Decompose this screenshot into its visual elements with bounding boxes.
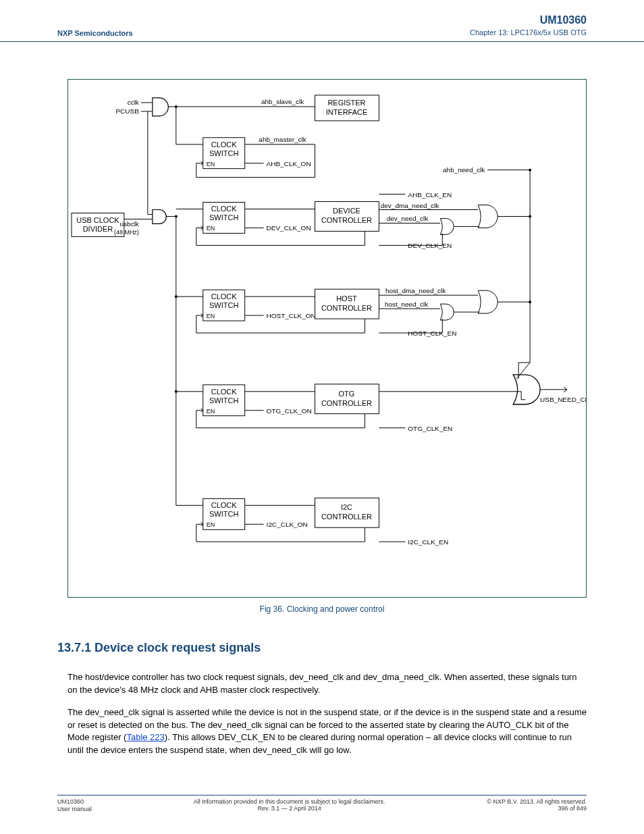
svg-point-98 <box>529 301 531 303</box>
svg-text:SWITCH: SWITCH <box>209 149 238 157</box>
footer-center: All information provided in this documen… <box>194 798 385 814</box>
svg-text:CLOCK: CLOCK <box>211 501 237 509</box>
footer-copyright: © NXP B.V. 2013. All rights reserved. <box>487 798 587 805</box>
paragraph-1: The host/device controller has two clock… <box>68 671 587 697</box>
paragraph-2: The dev_need_clk signal is asserted whil… <box>68 706 587 757</box>
svg-text:SWITCH: SWITCH <box>209 510 238 518</box>
label-usbclk: usbclk <box>120 221 139 228</box>
svg-text:CONTROLLER: CONTROLLER <box>321 304 372 312</box>
svg-text:EN: EN <box>207 521 215 528</box>
footer-page: 396 of 849 <box>487 805 587 812</box>
label-host-dma-need-clk: host_dma_need_clk <box>385 287 446 294</box>
body-text: The host/device controller has two clock… <box>68 671 587 757</box>
svg-text:SWITCH: SWITCH <box>209 396 238 405</box>
footer-rights: All information provided in this documen… <box>194 798 385 805</box>
label-register-interface-1: REGISTER <box>327 99 365 107</box>
label-host-clk-on: HOST_CLK_ON <box>267 312 316 319</box>
label-otg-clk-en: OTG_CLK_EN <box>408 425 452 432</box>
svg-point-23 <box>175 215 178 218</box>
label-dev-need-clk: dev_need_clk <box>387 215 429 223</box>
footer-right: © NXP B.V. 2013. All rights reserved. 39… <box>487 798 587 814</box>
footer-rev: Rev. 3.1 — 2 April 2014 <box>194 805 385 812</box>
footer-left: UM10360 User manual <box>57 798 92 814</box>
label-usbclk-freq: (48 MHz) <box>114 230 139 236</box>
svg-point-99 <box>529 169 531 172</box>
svg-text:CLOCK: CLOCK <box>211 388 237 396</box>
clock-diagram-svg: cclk PCUSB ahb_slave_clk REGISTER INTERF… <box>68 80 586 597</box>
label-pcusb: PCUSB <box>115 107 139 115</box>
section-heading: 13.7.1 Device clock request signals <box>57 641 587 655</box>
label-cclk: cclk <box>128 99 139 106</box>
figure-caption: Fig 36. Clocking and power control <box>0 604 644 614</box>
label-usb-need-clk: USB_NEED_CLK <box>540 396 586 403</box>
svg-text:EN: EN <box>207 161 215 167</box>
label-usb-clock-divider-1: USB CLOCK <box>76 217 119 225</box>
label-ahb-master-clk: ahb_master_clk <box>259 136 306 143</box>
label-dev-controller-2: CONTROLLER <box>321 217 372 225</box>
label-i2c-clk-on: I2C_CLK_ON <box>267 521 308 528</box>
svg-text:OTG: OTG <box>339 390 355 398</box>
svg-text:CONTROLLER: CONTROLLER <box>321 513 372 521</box>
svg-text:SWITCH: SWITCH <box>209 214 238 222</box>
svg-text:CLOCK: CLOCK <box>211 140 237 149</box>
header-company: NXP Semiconductors <box>57 29 133 37</box>
label-i2c-clk-en: I2C_CLK_EN <box>408 538 448 546</box>
footer-doc-id: UM10360 <box>57 798 92 806</box>
label-ahb-slave-clk: ahb_slave_clk <box>261 98 304 105</box>
header-doc-id: UM10360 <box>470 14 587 28</box>
label-dev-dma-need-clk: dev_dma_need_clk <box>381 202 439 209</box>
header-right: UM10360 Chapter 13: LPC176x/5x USB OTG <box>470 14 587 37</box>
figure-block-diagram: cclk PCUSB ahb_slave_clk REGISTER INTERF… <box>68 79 587 598</box>
svg-text:EN: EN <box>207 313 215 319</box>
svg-text:EN: EN <box>207 226 215 232</box>
label-usb-clock-divider-2: DIVIDER <box>83 226 113 234</box>
link-table-223[interactable]: Table 223 <box>126 732 164 742</box>
header-chapter: Chapter 13: LPC176x/5x USB OTG <box>470 28 587 37</box>
label-otg-clk-on: OTG_CLK_ON <box>267 407 312 415</box>
page-footer: UM10360 User manual All information prov… <box>57 795 587 814</box>
svg-text:CLOCK: CLOCK <box>211 205 237 213</box>
svg-text:EN: EN <box>207 408 215 415</box>
label-ahb-clk-on: AHB_CLK_ON <box>267 160 311 167</box>
svg-point-9 <box>175 105 178 108</box>
page-header: NXP Semiconductors UM10360 Chapter 13: L… <box>0 0 644 42</box>
svg-text:SWITCH: SWITCH <box>209 301 238 309</box>
label-register-interface-2: INTERFACE <box>326 108 368 116</box>
label-dev-controller-1: DEVICE <box>333 207 360 215</box>
label-ahb-clk-en: AHB_CLK_EN <box>408 191 452 199</box>
label-dev-clk-on: DEV_CLK_ON <box>267 225 311 232</box>
svg-text:CLOCK: CLOCK <box>211 292 237 301</box>
svg-text:CONTROLLER: CONTROLLER <box>321 399 372 407</box>
label-ahb-need-clk: ahb_need_clk <box>443 166 485 174</box>
svg-point-97 <box>529 215 531 218</box>
label-host-need-clk: host_need_clk <box>385 301 428 308</box>
svg-text:I2C: I2C <box>341 503 352 511</box>
svg-text:HOST: HOST <box>336 294 357 303</box>
footer-user-manual: User manual <box>57 806 92 814</box>
